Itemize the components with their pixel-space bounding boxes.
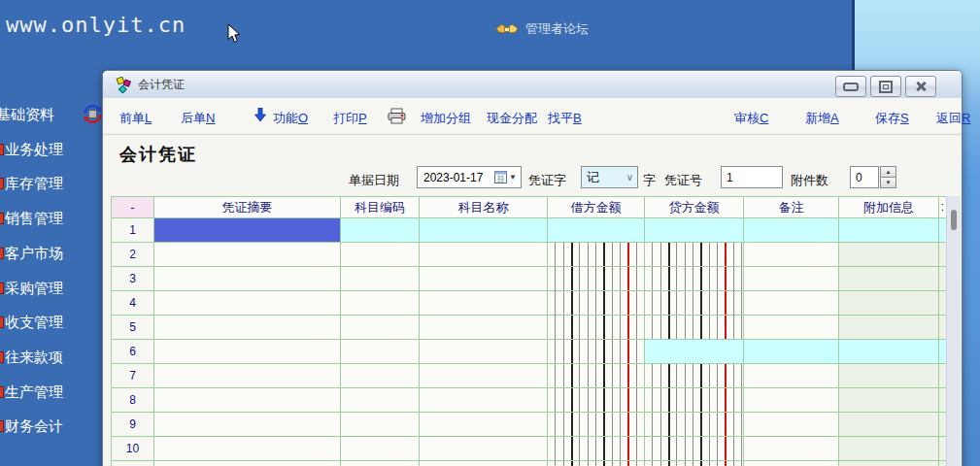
grid-cell[interactable] [645, 364, 744, 388]
grid-cell[interactable] [744, 413, 839, 437]
grid-cell[interactable] [154, 437, 341, 461]
sidebar-item[interactable]: 财务会计 [0, 416, 63, 436]
grid-row-number[interactable]: 2 [112, 243, 154, 267]
grid-cell[interactable] [548, 267, 645, 291]
grid-cell[interactable] [548, 364, 645, 388]
grid-row-number[interactable]: 4 [112, 291, 154, 316]
voucher-word-select[interactable]: 记 ∨ [581, 166, 638, 188]
sync-icon[interactable] [83, 104, 103, 124]
grid-cell[interactable] [744, 437, 839, 461]
grid-row-number[interactable]: 8 [112, 388, 154, 413]
grid-cell[interactable] [548, 437, 645, 461]
grid-cell[interactable] [645, 218, 744, 243]
calendar-button[interactable]: ▼ [494, 171, 517, 183]
spinner-up-button[interactable]: ▲ [880, 166, 896, 178]
save-button[interactable]: 保存S [875, 110, 909, 127]
grid-row-number[interactable]: 10 [112, 437, 154, 461]
grid-cell[interactable] [548, 388, 645, 413]
grid-cell[interactable] [548, 291, 645, 316]
grid-cell[interactable] [154, 340, 341, 364]
grid-cell[interactable] [744, 291, 839, 316]
grid-cell[interactable] [341, 316, 420, 340]
grid-cell[interactable] [839, 340, 939, 364]
grid-cell[interactable] [341, 340, 420, 364]
grid-cell[interactable] [548, 218, 645, 243]
grid-cell[interactable] [154, 461, 341, 466]
grid-cell[interactable] [744, 364, 839, 388]
grid-cell[interactable] [645, 267, 744, 291]
grid-cell[interactable] [548, 316, 645, 340]
grid-cell[interactable] [154, 243, 341, 267]
printer-icon[interactable] [387, 108, 407, 124]
grid-cell[interactable] [839, 461, 939, 466]
voucher-no-input[interactable] [721, 166, 783, 188]
grid-cell[interactable] [341, 243, 420, 267]
grid-cell[interactable] [645, 413, 744, 437]
grid-cell[interactable] [548, 340, 645, 364]
cash-allocate-button[interactable]: 现金分配 [487, 110, 537, 127]
forum-link[interactable]: 管理者论坛 [495, 20, 589, 38]
grid-cell[interactable] [744, 218, 839, 243]
grid-cell[interactable] [645, 437, 744, 461]
grid-row-number[interactable]: 3 [112, 267, 154, 291]
grid-cell[interactable] [420, 316, 548, 340]
grid-row-number[interactable]: 9 [112, 413, 154, 437]
grid-cell[interactable] [839, 218, 939, 243]
sidebar-item[interactable]: 采购管理 [0, 279, 63, 298]
scrollbar-thumb[interactable] [951, 210, 957, 230]
grid-row-number[interactable]: 6 [112, 340, 154, 364]
prev-voucher-button[interactable]: 前单L [119, 110, 152, 127]
grid-cell[interactable] [839, 364, 939, 388]
grid-cell[interactable] [839, 291, 939, 316]
grid-cell[interactable] [154, 218, 341, 243]
grid-cell[interactable] [645, 340, 744, 364]
grid-row-number[interactable]: 1 [112, 218, 154, 243]
grid-cell[interactable] [341, 388, 420, 413]
grid-cell[interactable] [744, 243, 839, 267]
grid-row-number[interactable]: 5 [112, 316, 154, 340]
grid-cell[interactable] [341, 364, 420, 388]
grid-cell[interactable] [341, 461, 420, 466]
grid-cell[interactable] [154, 316, 341, 340]
grid-cell[interactable] [645, 316, 744, 340]
grid-cell[interactable] [420, 267, 548, 291]
grid-cell[interactable] [154, 364, 341, 388]
grid-cell[interactable] [420, 243, 548, 267]
grid-cell[interactable] [744, 461, 839, 466]
grid-cell[interactable] [645, 388, 744, 413]
add-group-button[interactable]: 增加分组 [421, 110, 471, 127]
grid-cell[interactable] [645, 243, 744, 267]
grid-cell[interactable] [744, 316, 839, 340]
grid-cell[interactable] [154, 267, 341, 291]
next-voucher-button[interactable]: 后单N [181, 110, 215, 127]
sidebar-item[interactable]: 业务处理 [0, 140, 63, 159]
function-dropdown-arrow-icon[interactable] [254, 108, 266, 122]
grid-cell[interactable] [154, 388, 341, 413]
date-input[interactable] [422, 170, 493, 185]
attachment-count-input[interactable] [850, 166, 879, 188]
grid-cell[interactable] [420, 340, 548, 364]
grid-cell[interactable] [744, 267, 839, 291]
close-button[interactable] [905, 76, 936, 97]
new-button[interactable]: 新增A [805, 110, 839, 127]
grid-cell[interactable] [839, 388, 939, 413]
spinner-down-button[interactable]: ▼ [880, 178, 896, 188]
print-button[interactable]: 打印P [333, 110, 367, 127]
maximize-button[interactable] [870, 76, 901, 97]
grid-cell[interactable] [341, 413, 420, 437]
sidebar-item[interactable]: 销售管理 [0, 209, 63, 228]
grid-cell[interactable] [744, 388, 839, 413]
grid-cell[interactable] [154, 291, 341, 316]
grid-cell[interactable] [839, 243, 939, 267]
grid-cell[interactable] [154, 413, 341, 437]
grid-cell[interactable] [548, 243, 645, 267]
grid-cell[interactable] [341, 218, 420, 243]
sidebar-item[interactable]: 客户市场 [0, 244, 63, 263]
grid-cell[interactable] [420, 291, 548, 316]
grid-cell[interactable] [744, 340, 839, 364]
grid-cell[interactable] [839, 267, 939, 291]
sidebar-item[interactable]: 生产管理 [0, 383, 63, 402]
grid-cell[interactable] [839, 437, 939, 461]
grid-cell[interactable] [420, 218, 548, 243]
return-button[interactable]: 返回R [936, 110, 970, 127]
